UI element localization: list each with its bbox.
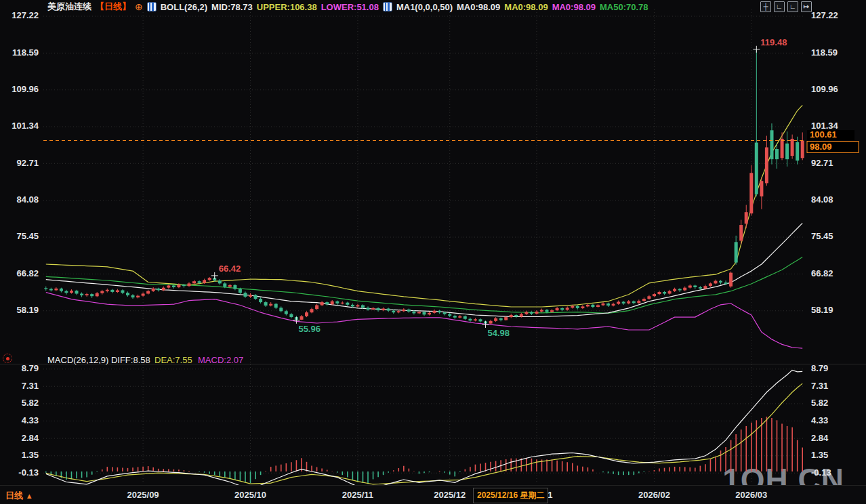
candle-body bbox=[703, 286, 707, 289]
axis-label: 66.82 bbox=[16, 268, 39, 278]
candle-body bbox=[152, 289, 155, 291]
candle-body bbox=[407, 310, 411, 312]
candle-body bbox=[796, 142, 799, 161]
candle-body bbox=[75, 291, 79, 293]
candle-body bbox=[433, 311, 436, 313]
candle-body bbox=[658, 292, 661, 294]
candle-body bbox=[622, 302, 625, 304]
ma0-white-value: MA0:98.09 bbox=[457, 2, 500, 12]
axis-label: 7.31 bbox=[811, 381, 828, 391]
candle-body bbox=[126, 293, 129, 295]
candle-body bbox=[719, 281, 722, 283]
symbol-name[interactable]: 美原油连续 bbox=[47, 1, 91, 13]
candle-body bbox=[540, 310, 543, 312]
axis-chart-icon[interactable]: ∟ bbox=[774, 1, 785, 12]
boll-upper-line bbox=[46, 105, 802, 307]
candle-body bbox=[765, 148, 768, 184]
axis-play-icon[interactable]: ∟ bbox=[787, 1, 798, 12]
candle-body bbox=[60, 289, 63, 291]
candle-body bbox=[647, 296, 651, 299]
candle-body bbox=[361, 306, 365, 308]
move-cross-icon[interactable]: ┼ bbox=[760, 1, 771, 12]
candle-body bbox=[233, 285, 236, 289]
axis-label: 75.45 bbox=[16, 231, 39, 241]
candle-body bbox=[678, 289, 682, 291]
period-selector[interactable]: 日线 ▲ bbox=[5, 490, 33, 502]
candle-body bbox=[755, 143, 758, 194]
candle-body bbox=[642, 299, 646, 301]
candle-body bbox=[192, 281, 196, 283]
axis-label: 4.33 bbox=[811, 415, 828, 425]
candle-body bbox=[458, 316, 461, 318]
period-tag[interactable]: 【日线】 bbox=[96, 1, 131, 13]
candle-body bbox=[571, 306, 574, 308]
candle-body bbox=[90, 294, 94, 296]
axis-label: 2.84 bbox=[811, 433, 829, 443]
candle-body bbox=[387, 309, 390, 311]
boll-title: BOLL(26,2) bbox=[161, 2, 207, 12]
candle-body bbox=[157, 289, 160, 291]
candle-body bbox=[499, 318, 503, 320]
pane-marker-icon[interactable] bbox=[3, 354, 12, 363]
candle-body bbox=[494, 318, 497, 321]
candle-body bbox=[136, 296, 140, 298]
candle-body bbox=[341, 303, 344, 303]
candle-body bbox=[44, 288, 47, 289]
x-axis-month-label: 2026/03 bbox=[735, 490, 767, 500]
candle-body bbox=[576, 306, 579, 308]
candle-body bbox=[402, 310, 405, 312]
price-annotation: 66.42 bbox=[219, 264, 241, 274]
axis-label: 118.59 bbox=[12, 47, 39, 58]
axis-label: 58.19 bbox=[16, 305, 39, 315]
axis-label: 66.82 bbox=[811, 268, 833, 278]
candle-body bbox=[172, 286, 176, 288]
x-axis-month-label: 2025/11 bbox=[342, 490, 373, 500]
axis-label: -0.13 bbox=[811, 467, 831, 478]
candle-body bbox=[351, 305, 354, 307]
candle-body bbox=[606, 303, 610, 306]
candle-body bbox=[602, 303, 605, 306]
candle-body bbox=[468, 319, 472, 321]
date-axis-bar[interactable]: 日线 ▲ 2025/12/16 星期二 2025/092025/102025/1… bbox=[0, 485, 866, 504]
axis-label: -0.13 bbox=[18, 467, 39, 478]
candle-body bbox=[49, 289, 53, 291]
candle-body bbox=[550, 310, 554, 312]
circle-plus-icon[interactable]: ⊕ bbox=[135, 2, 143, 12]
candle-body bbox=[228, 285, 232, 287]
candle-body bbox=[663, 292, 666, 294]
candle-body bbox=[463, 316, 467, 319]
ma-indicator-icon[interactable] bbox=[383, 2, 392, 12]
candle-body bbox=[412, 312, 415, 314]
candle-body bbox=[377, 308, 380, 310]
candle-body bbox=[203, 280, 206, 282]
candle-body bbox=[142, 294, 145, 296]
candle-body bbox=[239, 289, 242, 293]
axis-label: 5.82 bbox=[811, 398, 828, 408]
candle-body bbox=[524, 312, 528, 314]
candle-body bbox=[448, 314, 451, 316]
candle-body bbox=[64, 291, 68, 293]
candle-body bbox=[612, 304, 615, 306]
window-toolbar: ┼∟∟↦ bbox=[760, 1, 812, 12]
candle-body bbox=[479, 319, 482, 321]
candle-body bbox=[244, 293, 247, 297]
candle-body bbox=[566, 308, 569, 310]
candle-body bbox=[177, 285, 180, 287]
candle-body bbox=[596, 306, 600, 308]
candle-body bbox=[198, 281, 201, 283]
candle-body bbox=[745, 212, 748, 224]
candle-body bbox=[397, 311, 400, 312]
boll-indicator-icon[interactable] bbox=[147, 2, 157, 12]
axis-label: 118.59 bbox=[811, 47, 838, 58]
price-tag-upper: 100.61 bbox=[810, 129, 837, 140]
price-annotation: 119.48 bbox=[760, 37, 787, 47]
price-annotation: 54.98 bbox=[488, 328, 510, 338]
price-chart-canvas[interactable]: 1QH.CN66.4255.9654.98119.48MACD(26,12,9)… bbox=[0, 0, 866, 504]
candle-body bbox=[770, 130, 774, 159]
candle-body bbox=[474, 319, 477, 320]
candle-body bbox=[116, 291, 119, 293]
candle-body bbox=[356, 306, 359, 307]
ma0-yellow-value: MA0:98.09 bbox=[504, 2, 548, 12]
candle-body bbox=[443, 312, 447, 314]
next-page-icon[interactable]: ↦ bbox=[801, 1, 812, 12]
